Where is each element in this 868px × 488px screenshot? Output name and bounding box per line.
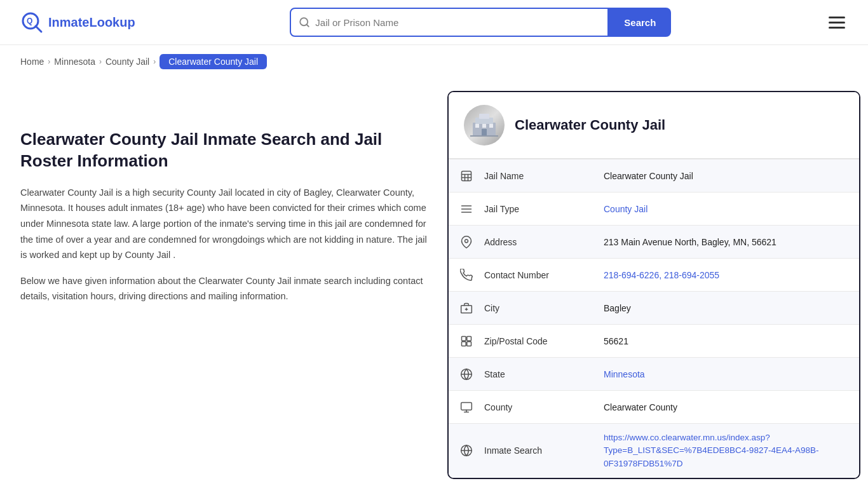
state-value: Minnesota (599, 362, 859, 387)
card-header: Clearwater County Jail (449, 92, 859, 159)
zip-value: 56621 (599, 329, 859, 354)
breadcrumb-chevron-1: › (48, 57, 50, 66)
svg-rect-10 (482, 124, 486, 128)
svg-rect-26 (467, 336, 471, 341)
address-icon (449, 228, 484, 256)
header: Q InmateLookup Search (0, 0, 868, 45)
zip-label: Zip/Postal Code (484, 329, 599, 354)
county-label: County (484, 395, 599, 420)
contact-link[interactable]: 218-694-6226, 218-694-2055 (604, 270, 719, 280)
right-column: Clearwater County Jail Jail Name Clearwa… (447, 91, 860, 479)
breadcrumb-minnesota[interactable]: Minnesota (54, 57, 95, 67)
jail-avatar-img (464, 105, 505, 146)
jail-name-value: Clearwater County Jail (599, 163, 859, 189)
jail-icon (449, 162, 484, 190)
breadcrumb: Home › Minnesota › County Jail › Clearwa… (0, 45, 868, 78)
jail-avatar (464, 105, 505, 146)
svg-rect-12 (470, 135, 498, 137)
breadcrumb-county-jail[interactable]: County Jail (105, 57, 149, 67)
breadcrumb-home[interactable]: Home (20, 57, 44, 67)
inmate-search-value: https://www.co.clearwater.mn.us/index.as… (599, 424, 859, 478)
building-icon (470, 111, 498, 139)
hamburger-line-3 (829, 27, 845, 29)
breadcrumb-chevron-2: › (99, 57, 102, 66)
jail-type-link[interactable]: County Jail (604, 204, 648, 214)
search-button[interactable]: Search (609, 8, 671, 37)
svg-rect-25 (462, 336, 466, 341)
city-value: Bagley (599, 295, 859, 321)
phone-icon (449, 261, 484, 289)
city-icon (449, 294, 484, 322)
logo-icon: Q (20, 11, 43, 34)
table-row-address: Address 213 Main Avenue North, Bagley, M… (449, 225, 859, 258)
svg-text:Q: Q (27, 17, 32, 25)
inmate-search-label: Inmate Search (484, 438, 599, 463)
address-value: 213 Main Avenue North, Bagley, MN, 56621 (599, 229, 859, 255)
search-icon (299, 17, 310, 28)
table-row-city: City Bagley (449, 291, 859, 324)
table-row-county: County Clearwater County (449, 390, 859, 423)
contact-value: 218-694-6226, 218-694-2055 (599, 262, 859, 288)
info-table: Jail Name Clearwater County Jail Jail Ty… (449, 159, 859, 478)
jail-type-label: Jail Type (484, 196, 599, 222)
table-row-jail-name: Jail Name Clearwater County Jail (449, 159, 859, 192)
svg-rect-7 (479, 114, 489, 119)
svg-line-4 (307, 24, 309, 26)
jail-type-value: County Jail (599, 196, 859, 222)
left-column: Clearwater County Jail Inmate Search and… (20, 91, 427, 315)
breadcrumb-chevron-3: › (153, 57, 156, 66)
contact-label: Contact Number (484, 262, 599, 288)
state-label: State (484, 362, 599, 387)
svg-rect-9 (475, 124, 479, 128)
search-bar: Search (290, 8, 671, 37)
svg-rect-11 (489, 124, 493, 128)
inmate-search-link[interactable]: https://www.co.clearwater.mn.us/index.as… (604, 433, 818, 468)
svg-line-1 (36, 26, 41, 32)
logo-text: InmateLookup (48, 15, 135, 30)
info-card: Clearwater County Jail Jail Name Clearwa… (447, 91, 860, 479)
type-icon (449, 195, 484, 223)
county-icon (449, 393, 484, 421)
table-row-jail-type: Jail Type County Jail (449, 192, 859, 225)
svg-rect-27 (462, 341, 466, 346)
main-content: Clearwater County Jail Inmate Search and… (0, 78, 868, 488)
card-title: Clearwater County Jail (515, 117, 665, 133)
hamburger-line-2 (829, 22, 845, 24)
description-2: Below we have given information about th… (20, 273, 427, 304)
page-title: Clearwater County Jail Inmate Search and… (20, 129, 427, 172)
table-row-zip: Zip/Postal Code 56621 (449, 324, 859, 357)
svg-rect-31 (461, 402, 472, 410)
svg-rect-13 (462, 171, 471, 180)
state-link[interactable]: Minnesota (604, 369, 645, 379)
address-label: Address (484, 229, 599, 255)
zip-icon (449, 327, 484, 355)
svg-point-21 (465, 239, 468, 242)
hamburger-menu[interactable] (826, 14, 848, 31)
city-label: City (484, 295, 599, 321)
web-icon (449, 437, 484, 464)
jail-name-label: Jail Name (484, 163, 599, 189)
table-row-contact: Contact Number 218-694-6226, 218-694-205… (449, 258, 859, 291)
logo-link[interactable]: Q InmateLookup (20, 11, 135, 34)
svg-rect-28 (467, 341, 471, 346)
county-value: Clearwater County (599, 395, 859, 420)
search-input-wrapper (290, 8, 609, 37)
hamburger-line-1 (829, 17, 845, 18)
breadcrumb-current: Clearwater County Jail (159, 54, 267, 69)
state-icon (449, 360, 484, 388)
search-input[interactable] (315, 17, 600, 28)
table-row-state: State Minnesota (449, 357, 859, 390)
table-row-inmate-search: Inmate Search https://www.co.clearwater.… (449, 423, 859, 478)
description-1: Clearwater County Jail is a high securit… (20, 185, 427, 263)
